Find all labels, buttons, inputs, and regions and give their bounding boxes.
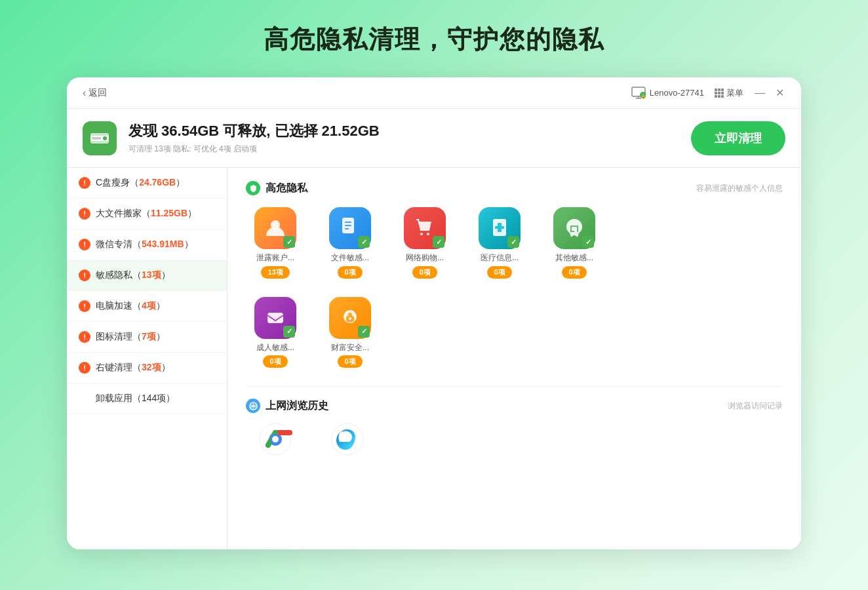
privacy-item-other-sensitive[interactable]: ✓ 其他敏感... 0项: [545, 207, 604, 279]
browser-icons: [246, 422, 783, 456]
hdd-icon: [83, 121, 117, 155]
sidebar-item-label: 卸载应用（144项）: [79, 393, 175, 404]
section-title-browse: 上网浏览历史: [246, 399, 328, 413]
sidebar-item-speed[interactable]: ! 电脑加速（4项）: [67, 291, 227, 322]
svg-point-22: [349, 317, 351, 320]
svg-rect-12: [345, 225, 351, 226]
sidebar-item-icon-clean[interactable]: ! 图标清理（7项）: [67, 322, 227, 353]
sidebar-item-label: 微信专清（543.91MB）: [96, 239, 193, 250]
privacy-item-count: 0项: [487, 266, 511, 279]
back-button[interactable]: ‹ 返回: [83, 87, 107, 99]
privacy-items-grid-row2: ✓ 成人敏感... 0项 ✓ 财富安全... 0项: [246, 297, 783, 368]
privacy-item-adult-sensitive[interactable]: ✓ 成人敏感... 0项: [246, 297, 305, 368]
chrome-icon: [258, 422, 292, 456]
privacy-item-name: 泄露账户...: [256, 253, 294, 264]
check-badge: ✓: [283, 236, 295, 248]
check-badge: ✓: [507, 236, 519, 248]
sidebar-item-uninstall[interactable]: 卸载应用（144项）: [67, 384, 227, 414]
header-text: 发现 36.54GB 可释放, 已选择 21.52GB 可清理 13项 隐私: …: [128, 121, 691, 155]
check-badge: ✓: [358, 236, 370, 248]
hdd-svg: [89, 129, 110, 148]
sidebar-item-wechat[interactable]: ! 微信专清（543.91MB）: [67, 229, 227, 260]
browse-section-header: 上网浏览历史 浏览器访问记录: [246, 399, 783, 413]
privacy-item-count: 0项: [338, 355, 362, 368]
check-badge: ✓: [358, 326, 370, 338]
sidebar-item-label: 右键清理（32项）: [96, 362, 170, 374]
privacy-item-count: 0项: [412, 266, 437, 279]
high-risk-section-header: 高危隐私 容易泄露的敏感个人信息: [246, 181, 783, 195]
svg-text:🔒: 🔒: [640, 92, 646, 98]
alert-icon: !: [79, 331, 90, 343]
svg-point-14: [420, 233, 423, 235]
sidebar-item-big-file[interactable]: ! 大文件搬家（11.25GB）: [67, 199, 227, 229]
privacy-item-name: 网络购物...: [406, 253, 444, 264]
privacy-item-name: 财富安全...: [331, 343, 369, 353]
title-bar: ‹ 返回 🔒 Lenovo-27741: [67, 77, 801, 109]
sidebar-item-c-disk[interactable]: ! C盘瘦身（24.76GB）: [67, 168, 227, 199]
svg-rect-11: [345, 222, 351, 223]
sidebar-item-label: 图标清理（7项）: [96, 331, 165, 343]
device-info: 🔒 Lenovo-27741: [631, 87, 704, 100]
page-title: 高危隐私清理，守护您的隐私: [264, 23, 604, 56]
privacy-items-grid: ✓ 泄露账户... 13项 ✓ 文件敏感... 0项: [246, 207, 783, 279]
privacy-item-count: 0项: [562, 266, 586, 279]
alert-icon: !: [79, 269, 90, 281]
svg-rect-13: [345, 228, 349, 229]
clean-button[interactable]: 立即清理: [691, 121, 785, 155]
browser-chrome[interactable]: [246, 422, 305, 456]
section-title-privacy: 高危隐私: [246, 181, 307, 195]
privacy-item-account-leak[interactable]: ✓ 泄露账户... 13项: [246, 207, 305, 279]
sidebar-item-label: C盘瘦身（24.76GB）: [96, 177, 185, 189]
app-window: ‹ 返回 🔒 Lenovo-27741: [67, 77, 801, 549]
chevron-left-icon: ‹: [83, 87, 86, 99]
privacy-item-name: 成人敏感...: [256, 343, 294, 353]
high-risk-title: 高危隐私: [266, 182, 307, 195]
privacy-item-online-shop[interactable]: ✓ 网络购物... 0项: [395, 207, 454, 279]
svg-rect-19: [267, 313, 283, 323]
device-name: Lenovo-27741: [650, 88, 704, 98]
edge-icon: [330, 422, 365, 456]
alert-icon: !: [79, 362, 90, 374]
minimize-button[interactable]: —: [754, 87, 766, 99]
svg-rect-8: [92, 137, 101, 140]
alert-icon: !: [79, 300, 90, 312]
divider: [246, 386, 783, 387]
window-controls: — ✕: [754, 87, 785, 99]
svg-point-15: [427, 233, 429, 235]
privacy-item-wealth-security[interactable]: ✓ 财富安全... 0项: [321, 297, 380, 368]
close-button[interactable]: ✕: [774, 87, 785, 99]
sidebar: ! C盘瘦身（24.76GB） ! 大文件搬家（11.25GB） ! 微信专清（…: [67, 168, 227, 549]
alert-icon: !: [79, 239, 90, 250]
alert-icon: !: [79, 208, 90, 220]
title-bar-right: 🔒 Lenovo-27741 菜单 — ✕: [631, 87, 785, 100]
shield-icon: [246, 181, 260, 195]
svg-point-27: [272, 436, 279, 442]
high-risk-desc: 容易泄露的敏感个人信息: [696, 183, 783, 194]
menu-button[interactable]: 菜单: [715, 87, 743, 99]
main-content: ! C盘瘦身（24.76GB） ! 大文件搬家（11.25GB） ! 微信专清（…: [67, 168, 801, 549]
svg-point-7: [103, 136, 107, 140]
privacy-item-count: 0项: [263, 355, 287, 368]
sidebar-item-label: 敏感隐私（13项）: [96, 269, 170, 281]
privacy-item-file-sensitive[interactable]: ✓ 文件敏感... 0项: [321, 207, 380, 279]
content-area: 高危隐私 容易泄露的敏感个人信息 ✓ 泄露账户... 13项: [227, 168, 801, 549]
svg-rect-18: [495, 226, 504, 229]
privacy-item-count: 13项: [261, 266, 289, 279]
privacy-item-count: 0项: [338, 266, 362, 279]
header-subtitle: 可清理 13项 隐私: 可优化 4项 启动项: [128, 144, 691, 155]
privacy-item-name: 文件敏感...: [331, 253, 369, 264]
check-badge: ✓: [283, 326, 295, 338]
privacy-item-medical[interactable]: ✓ 医疗信息... 0项: [470, 207, 529, 279]
back-label: 返回: [89, 87, 107, 99]
sidebar-item-right-clean[interactable]: ! 右键清理（32项）: [67, 353, 227, 384]
globe-icon: [246, 399, 260, 413]
browser-edge[interactable]: [318, 422, 377, 456]
check-badge: ✓: [433, 236, 444, 248]
privacy-item-name: 医疗信息...: [481, 253, 519, 264]
grid-icon: [715, 88, 724, 98]
sidebar-item-privacy[interactable]: ! 敏感隐私（13项）: [67, 260, 227, 291]
check-badge: ✓: [582, 236, 594, 248]
alert-icon: !: [79, 177, 90, 189]
sidebar-item-label: 电脑加速（4项）: [96, 300, 165, 312]
browse-history-desc: 浏览器访问记录: [728, 401, 783, 412]
